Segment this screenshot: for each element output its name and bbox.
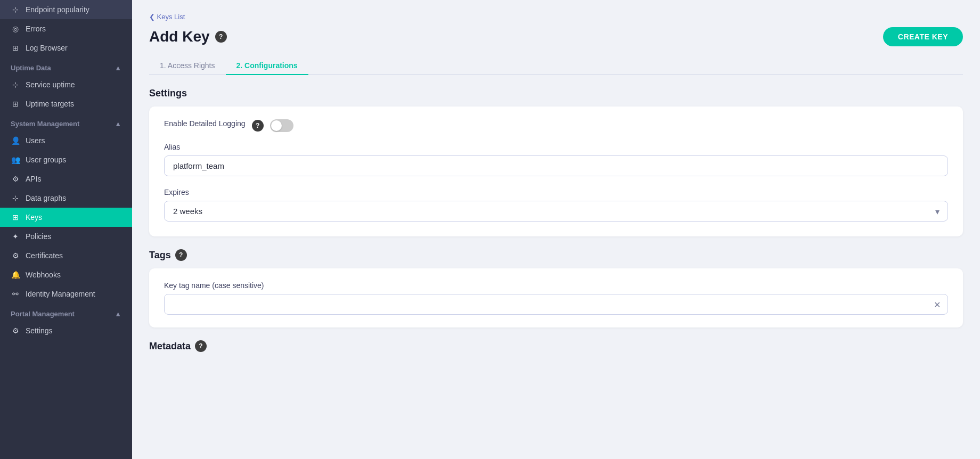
tab-configurations[interactable]: 2. Configurations <box>226 57 308 75</box>
user-groups-icon: 👥 <box>11 155 20 164</box>
sidebar-item-label: Log Browser <box>26 44 68 52</box>
sidebar-item-settings[interactable]: ⚙ Settings <box>0 321 132 340</box>
sidebar-item-keys[interactable]: ⊞ Keys <box>0 208 132 227</box>
sidebar-item-uptime-targets[interactable]: ⊞ Uptime targets <box>0 94 132 113</box>
settings-section-title: Settings <box>149 88 963 99</box>
sidebar-item-log-browser[interactable]: ⊞ Log Browser <box>0 38 132 58</box>
alias-field-group: Alias <box>164 143 948 186</box>
errors-icon: ◎ <box>11 24 20 33</box>
metadata-section-title: Metadata ? <box>149 340 963 352</box>
create-key-button[interactable]: CREATE KEY <box>883 27 963 46</box>
sidebar-item-label: Endpoint popularity <box>26 5 89 14</box>
log-browser-icon: ⊞ <box>11 44 20 52</box>
sidebar-item-label: Webhooks <box>26 271 61 279</box>
breadcrumb-text: ❮ Keys List <box>149 13 185 21</box>
settings-icon: ⚙ <box>11 326 20 335</box>
tab-label: 1. Access Rights <box>160 61 215 70</box>
policies-icon: ✦ <box>11 232 20 241</box>
sidebar-item-label: Policies <box>26 232 51 241</box>
expires-select-wrapper: Never 1 hour 1 day 1 week 2 weeks 1 mont… <box>164 201 948 222</box>
enable-logging-help-icon[interactable]: ? <box>252 120 264 132</box>
expires-label: Expires <box>164 188 948 196</box>
keys-icon: ⊞ <box>11 213 20 222</box>
expires-select[interactable]: Never 1 hour 1 day 1 week 2 weeks 1 mont… <box>164 201 948 222</box>
users-icon: 👤 <box>11 136 20 145</box>
tag-clear-icon[interactable]: ✕ <box>934 299 941 309</box>
tags-title-text: Tags <box>149 250 171 261</box>
tag-name-label: Key tag name (case sensitive) <box>164 281 948 290</box>
sidebar-item-label: Settings <box>26 326 53 335</box>
tags-section-title: Tags ? <box>149 249 963 261</box>
sidebar-scroll: ⊹ Endpoint popularity ◎ Errors ⊞ Log Bro… <box>0 0 132 459</box>
sidebar-item-certificates[interactable]: ⚙ Certificates <box>0 246 132 265</box>
webhooks-icon: 🔔 <box>11 271 20 279</box>
apis-icon: ⚙ <box>11 175 20 183</box>
sidebar: ⊹ Endpoint popularity ◎ Errors ⊞ Log Bro… <box>0 0 132 459</box>
tab-access-rights[interactable]: 1. Access Rights <box>149 57 226 75</box>
alias-input[interactable] <box>164 155 948 176</box>
sidebar-item-label: Identity Management <box>26 290 95 298</box>
settings-card: Enable Detailed Logging ? Alias Expires … <box>149 106 963 236</box>
sidebar-item-users[interactable]: 👤 Users <box>0 131 132 150</box>
uptime-targets-icon: ⊞ <box>11 100 20 108</box>
sidebar-item-label: Errors <box>26 24 46 33</box>
metadata-title-text: Metadata <box>149 341 191 352</box>
sidebar-item-user-groups[interactable]: 👥 User groups <box>0 150 132 169</box>
enable-detailed-logging-toggle[interactable] <box>270 119 293 132</box>
identity-management-icon: ⚯ <box>11 290 20 298</box>
tag-input-row: ✕ <box>164 294 948 315</box>
sidebar-item-webhooks[interactable]: 🔔 Webhooks <box>0 265 132 284</box>
sidebar-item-data-graphs[interactable]: ⊹ Data graphs <box>0 188 132 208</box>
tags-help-icon[interactable]: ? <box>175 249 187 261</box>
data-graphs-icon: ⊹ <box>11 194 20 202</box>
page-title: Add Key ? <box>149 28 227 45</box>
page-title-text: Add Key <box>149 28 210 45</box>
sidebar-item-label: Certificates <box>26 251 63 260</box>
settings-title-text: Settings <box>149 88 187 99</box>
metadata-help-icon[interactable]: ? <box>195 340 207 352</box>
alias-label: Alias <box>164 143 948 151</box>
content-area: ❮ Keys List Add Key ? CREATE KEY 1. Acce… <box>132 0 980 459</box>
sidebar-item-identity-management[interactable]: ⚯ Identity Management <box>0 284 132 304</box>
enable-detailed-logging-label: Enable Detailed Logging <box>164 119 246 128</box>
chevron-up-icon: ▲ <box>115 64 121 72</box>
sidebar-item-label: Data graphs <box>26 194 66 202</box>
section-label: System Management <box>11 120 79 128</box>
sidebar-item-label: Keys <box>26 213 42 222</box>
service-uptime-icon: ⊹ <box>11 80 20 89</box>
sidebar-item-service-uptime[interactable]: ⊹ Service uptime <box>0 75 132 94</box>
sidebar-item-label: APIs <box>26 175 42 183</box>
page-header: Add Key ? CREATE KEY <box>149 27 963 46</box>
main-content: ❮ Keys List Add Key ? CREATE KEY 1. Acce… <box>132 0 980 459</box>
sidebar-item-endpoint-popularity[interactable]: ⊹ Endpoint popularity <box>0 0 132 19</box>
sidebar-item-errors[interactable]: ◎ Errors <box>0 19 132 38</box>
sidebar-item-label: User groups <box>26 155 66 164</box>
certificates-icon: ⚙ <box>11 251 20 260</box>
expires-field-group: Expires Never 1 hour 1 day 1 week 2 week… <box>164 188 948 222</box>
section-label: Uptime Data <box>11 64 51 72</box>
section-label: Portal Management <box>11 310 75 318</box>
sidebar-section-uptime-data[interactable]: Uptime Data ▲ <box>0 58 132 75</box>
chevron-up-icon: ▲ <box>115 310 121 318</box>
tags-card: Key tag name (case sensitive) ✕ <box>149 268 963 327</box>
enable-detailed-logging-row: Enable Detailed Logging ? <box>164 119 948 132</box>
tab-label: 2. Configurations <box>236 61 298 70</box>
sidebar-item-policies[interactable]: ✦ Policies <box>0 227 132 246</box>
sidebar-section-system-management[interactable]: System Management ▲ <box>0 113 132 131</box>
sidebar-item-label: Service uptime <box>26 80 75 89</box>
sidebar-item-label: Users <box>26 136 45 145</box>
tag-name-input[interactable] <box>164 294 948 315</box>
endpoint-popularity-icon: ⊹ <box>11 5 20 14</box>
breadcrumb[interactable]: ❮ Keys List <box>149 13 963 21</box>
sidebar-item-apis[interactable]: ⚙ APIs <box>0 169 132 188</box>
sidebar-section-portal-management[interactable]: Portal Management ▲ <box>0 304 132 321</box>
sidebar-item-label: Uptime targets <box>26 100 74 108</box>
chevron-up-icon: ▲ <box>115 120 121 128</box>
page-help-icon[interactable]: ? <box>215 31 227 43</box>
tabs: 1. Access Rights 2. Configurations <box>149 57 963 75</box>
